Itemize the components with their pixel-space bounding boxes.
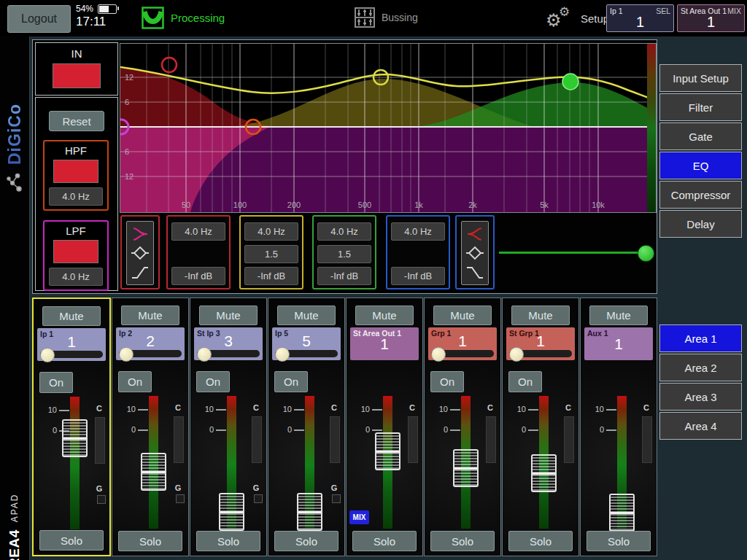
channel-label[interactable]: Ip 5 5	[272, 327, 341, 360]
eq-graph[interactable]: 12 6 6 12 50 100 200 500 1k 2k 5k 10k	[120, 43, 657, 213]
tab-eq[interactable]: EQ	[659, 152, 742, 179]
solo-button[interactable]: Solo	[508, 531, 573, 551]
tab-area-2[interactable]: Area 2	[659, 354, 742, 381]
channel-label[interactable]: Ip 2 2	[116, 327, 185, 360]
eq-band2-params[interactable]: 4.0 Hz 1.5 -Inf dB	[239, 215, 303, 289]
mute-button[interactable]: Mute	[121, 306, 179, 325]
on-button[interactable]: On	[508, 371, 542, 392]
hpf-freq-value[interactable]: 4.0 Hz	[49, 187, 103, 206]
pan-slider[interactable]	[40, 351, 103, 358]
tab-compressor[interactable]: Compressor	[659, 181, 742, 209]
fader-handle[interactable]	[609, 494, 635, 532]
pan-knob[interactable]	[197, 347, 212, 362]
channel-label[interactable]: Aux 1 1	[584, 327, 653, 360]
band-gain-slider[interactable]	[499, 252, 645, 254]
pan-knob[interactable]	[275, 347, 290, 362]
eq-in-button[interactable]	[53, 63, 101, 88]
tab-area-1[interactable]: Area 1	[659, 324, 742, 352]
channel-label[interactable]: St Ip 3 3	[194, 327, 263, 360]
tab-area-4[interactable]: Area 4	[659, 412, 742, 440]
solo-button[interactable]: Solo	[430, 531, 495, 551]
channel-strip-ip2[interactable]: Mute Ip 2 2 On 10 0 C G Solo	[112, 298, 189, 556]
channel-label[interactable]: St Area Out 1 1	[350, 327, 419, 360]
fader-handle[interactable]	[453, 449, 479, 487]
solo-button[interactable]: Solo	[39, 530, 104, 551]
mute-button[interactable]: Mute	[42, 306, 101, 326]
channel-strip-stgrp1[interactable]: Mute St Grp 1 1 On 10 0 C Solo	[502, 298, 579, 556]
hpf-type-selector[interactable]	[120, 215, 160, 289]
pan-knob[interactable]	[119, 347, 133, 362]
pan-slider[interactable]	[119, 350, 182, 357]
pan-slider[interactable]	[509, 350, 572, 357]
on-button[interactable]: On	[118, 371, 152, 392]
bussing-indicator[interactable]: Bussing	[355, 7, 418, 28]
mute-button[interactable]: Mute	[433, 306, 492, 325]
hpf-on-button[interactable]	[53, 160, 98, 183]
fader-handle[interactable]	[62, 419, 88, 457]
tab-filter[interactable]: Filter	[659, 93, 742, 121]
solo-button[interactable]: Solo	[118, 531, 182, 551]
channel-label[interactable]: Ip 1 1	[37, 328, 106, 361]
solo-button[interactable]: Solo	[196, 531, 260, 551]
mute-button[interactable]: Mute	[277, 306, 336, 325]
band2-gain[interactable]: -Inf dB	[244, 267, 298, 285]
channel-strip-ip1[interactable]: Mute Ip 1 1 On 10 0 C G Solo	[32, 298, 111, 556]
on-button[interactable]: On	[274, 371, 308, 392]
mute-button[interactable]: Mute	[199, 306, 258, 325]
solo-button[interactable]: Solo	[352, 531, 417, 551]
band2-freq[interactable]: 4.0 Hz	[244, 222, 298, 241]
channel-strip-st-area-out1[interactable]: Mute St Area Out 1 1 10 0 C MIX Solo	[346, 298, 423, 556]
fader-handle[interactable]	[297, 493, 322, 531]
eq-band4-handle[interactable]	[562, 74, 578, 90]
on-button[interactable]: On	[430, 371, 464, 392]
comp-gain-meter	[330, 416, 340, 463]
selected-channel-display[interactable]: Ip 1 SEL 1	[606, 4, 674, 32]
band3-gain[interactable]: -Inf dB	[317, 267, 371, 285]
band4-gain[interactable]: -Inf dB	[391, 267, 445, 285]
fader-handle[interactable]	[531, 454, 557, 492]
digico-molecule-icon	[7, 171, 23, 192]
band3-q[interactable]: 1.5	[317, 245, 371, 263]
pan-knob[interactable]	[431, 347, 446, 362]
tab-delay[interactable]: Delay	[659, 210, 742, 238]
eq-reset-button[interactable]: Reset	[49, 111, 104, 131]
solo-button[interactable]: Solo	[274, 531, 338, 551]
mix-channel-display[interactable]: St Area Out 1 MIX 1	[677, 4, 745, 32]
eq-band1-params[interactable]: 4.0 Hz -Inf dB	[166, 215, 231, 289]
channel-strip-aux1[interactable]: Mute Aux 1 1 10 0 C Solo	[580, 298, 657, 556]
tab-area-3[interactable]: Area 3	[659, 383, 742, 411]
band1-freq[interactable]: 4.0 Hz	[171, 222, 225, 241]
on-button[interactable]: On	[39, 372, 73, 393]
band4-freq[interactable]: 4.0 Hz	[391, 222, 445, 241]
fader-handle[interactable]	[141, 453, 166, 491]
solo-button[interactable]: Solo	[587, 531, 651, 551]
channel-label[interactable]: Grp 1 1	[428, 327, 497, 360]
fader-handle[interactable]	[375, 432, 400, 470]
tab-input-setup[interactable]: Input Setup	[659, 64, 742, 92]
setup-button[interactable]: ⚙⚙ Setup	[546, 6, 609, 31]
lpf-type-selector[interactable]	[455, 215, 495, 289]
band-gain-slider-knob[interactable]	[638, 245, 654, 262]
band2-q[interactable]: 1.5	[244, 245, 298, 263]
pan-slider[interactable]	[197, 350, 260, 357]
pan-slider[interactable]	[275, 350, 338, 357]
eq-band4-params[interactable]: 4.0 Hz -Inf dB	[386, 215, 450, 289]
band1-gain[interactable]: -Inf dB	[171, 267, 225, 285]
channel-strip-stip3[interactable]: Mute St Ip 3 3 On 10 0 C G Solo	[190, 298, 267, 556]
channel-strip-grp1[interactable]: Mute Grp 1 1 On 10 0 C Solo	[424, 298, 501, 556]
pan-knob[interactable]	[40, 348, 55, 362]
mute-button[interactable]: Mute	[589, 306, 648, 325]
pan-knob[interactable]	[509, 347, 524, 362]
tab-gate[interactable]: Gate	[659, 122, 742, 150]
processing-indicator[interactable]: Processing	[142, 7, 225, 29]
channel-strip-ip5[interactable]: Mute Ip 5 5 On 10 0 C G Solo	[268, 298, 345, 556]
fader-handle[interactable]	[219, 493, 244, 531]
channel-label[interactable]: St Grp 1 1	[506, 327, 575, 360]
on-button[interactable]: On	[196, 371, 230, 392]
logout-button[interactable]: Logout	[7, 5, 71, 33]
band3-freq[interactable]: 4.0 Hz	[317, 222, 371, 241]
eq-band3-params[interactable]: 4.0 Hz 1.5 -Inf dB	[312, 215, 376, 289]
mute-button[interactable]: Mute	[355, 306, 414, 325]
mute-button[interactable]: Mute	[511, 306, 570, 325]
pan-slider[interactable]	[431, 350, 494, 357]
